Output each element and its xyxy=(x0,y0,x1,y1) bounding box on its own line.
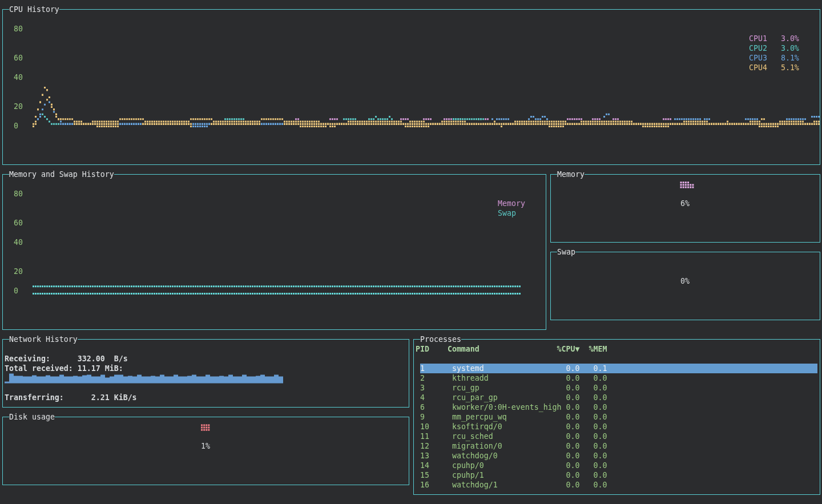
chart-dot xyxy=(325,285,327,287)
network-spark-bar xyxy=(183,377,187,384)
chart-dot xyxy=(181,285,183,287)
process-row-9[interactable]: 9 mm_percpu_wq 0.0 0.0 xyxy=(420,412,607,422)
chart-dot xyxy=(124,293,126,295)
network-spark-bar xyxy=(64,377,68,384)
chart-dot xyxy=(320,123,322,125)
chart-dot xyxy=(551,126,553,127)
chart-dot xyxy=(599,118,601,120)
chart-dot xyxy=(92,285,94,287)
chart-dot xyxy=(138,293,139,295)
chart-dot xyxy=(135,123,137,125)
chart-dot xyxy=(487,123,489,125)
chart-dot xyxy=(361,123,363,125)
chart-dot xyxy=(259,285,260,287)
chart-dot xyxy=(286,121,288,123)
chart-dot xyxy=(519,123,521,125)
chart-dot xyxy=(195,126,196,127)
chart-dot xyxy=(795,123,797,125)
chart-dot xyxy=(291,293,292,295)
chart-dot xyxy=(706,123,708,125)
network-transferring-line: Transferring: 2.21 KiB/s xyxy=(5,393,137,402)
chart-dot xyxy=(665,126,667,127)
chart-dot xyxy=(480,285,482,287)
chart-dot xyxy=(722,123,724,125)
chart-dot xyxy=(281,293,283,295)
chart-dot xyxy=(279,118,281,120)
process-row-10[interactable]: 10 ksoftirqd/0 0.0 0.0 xyxy=(420,422,607,432)
chart-dot xyxy=(302,293,304,295)
mem-ytick-40: 40 xyxy=(14,237,23,247)
chart-dot xyxy=(243,123,244,125)
chart-dot xyxy=(368,123,370,125)
chart-dot xyxy=(83,123,84,125)
chart-dot xyxy=(647,126,648,127)
chart-dot xyxy=(103,293,105,295)
chart-dot xyxy=(373,121,374,123)
chart-dot xyxy=(53,108,55,110)
memory-donut-dot xyxy=(687,187,689,188)
network-spark-bar xyxy=(242,375,247,384)
chart-dot xyxy=(487,118,489,120)
chart-dot xyxy=(46,118,48,120)
chart-dot xyxy=(574,118,575,120)
chart-dot xyxy=(170,285,171,287)
memory-donut-dot xyxy=(683,182,684,183)
chart-dot xyxy=(692,121,694,123)
process-row-13[interactable]: 13 watchdog/0 0.0 0.0 xyxy=(420,451,607,461)
chart-dot xyxy=(816,116,817,118)
chart-dot xyxy=(101,123,103,125)
chart-dot xyxy=(256,293,258,295)
chart-dot xyxy=(377,121,379,123)
chart-dot xyxy=(309,293,311,295)
chart-dot xyxy=(802,118,804,120)
chart-dot xyxy=(382,118,384,120)
process-row-11[interactable]: 11 rcu_sched 0.0 0.0 xyxy=(420,432,607,441)
chart-dot xyxy=(217,293,219,295)
process-row-3[interactable]: 3 rcu_gp 0.0 0.0 xyxy=(420,383,607,393)
process-row-2[interactable]: 2 kthreadd 0.0 0.0 xyxy=(420,373,607,383)
chart-dot xyxy=(473,123,475,125)
chart-dot xyxy=(49,121,50,123)
process-row-1[interactable]: 1 systemd 0.0 0.1 xyxy=(420,364,607,373)
chart-dot xyxy=(578,118,580,120)
chart-dot xyxy=(514,121,516,123)
chart-dot xyxy=(323,123,324,125)
chart-dot xyxy=(160,121,162,123)
chart-dot xyxy=(786,121,788,123)
chart-dot xyxy=(233,118,235,120)
chart-dot xyxy=(626,123,628,125)
processes-header[interactable]: PID Command %CPU▼ %MEM xyxy=(416,344,607,354)
process-row-6[interactable]: 6 kworker/0:0H-events_high 0.0 0.0 xyxy=(420,402,607,412)
process-row-15[interactable]: 15 cpuhp/1 0.0 0.0 xyxy=(420,470,607,480)
chart-dot xyxy=(165,123,167,125)
chart-dot xyxy=(640,123,642,125)
chart-dot xyxy=(412,285,413,287)
chart-dot xyxy=(195,285,196,287)
disk-donut-dot xyxy=(208,424,209,426)
chart-dot xyxy=(649,123,651,125)
chart-dot xyxy=(683,121,685,123)
disk-usage-title: Disk usage xyxy=(9,412,55,422)
process-row-14[interactable]: 14 cpuhp/0 0.0 0.0 xyxy=(420,461,607,470)
chart-dot xyxy=(813,116,815,118)
chart-dot xyxy=(763,123,765,125)
process-row-16[interactable]: 16 watchdog/1 0.0 0.0 xyxy=(420,480,607,490)
network-spark-bar xyxy=(87,375,91,384)
chart-dot xyxy=(779,123,781,125)
chart-dot xyxy=(599,121,601,123)
chart-dot xyxy=(206,118,208,120)
chart-dot xyxy=(430,123,432,125)
chart-dot xyxy=(300,293,301,295)
chart-dot xyxy=(275,293,276,295)
chart-dot xyxy=(377,285,379,287)
chart-dot xyxy=(35,123,37,125)
process-row-4[interactable]: 4 rcu_par_gp 0.0 0.0 xyxy=(420,393,607,402)
chart-dot xyxy=(476,285,477,287)
process-row-12[interactable]: 12 migration/0 0.0 0.0 xyxy=(420,441,607,451)
chart-dot xyxy=(71,285,73,287)
chart-dot xyxy=(350,285,352,287)
chart-dot xyxy=(233,293,235,295)
chart-dot xyxy=(74,293,75,295)
network-spark-bar xyxy=(187,376,192,384)
chart-dot xyxy=(448,121,450,123)
